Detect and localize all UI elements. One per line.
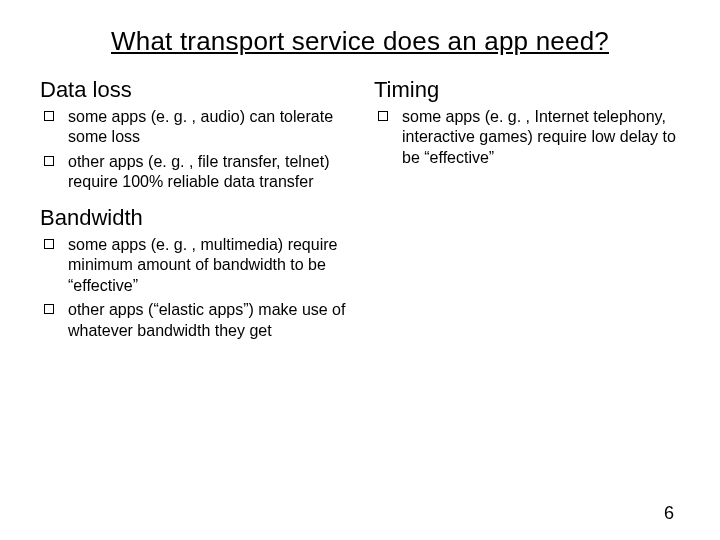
list-item-text: some apps (e. g. , audio) can tolerate s…: [68, 108, 333, 145]
page-number: 6: [664, 503, 674, 524]
section-heading-data-loss: Data loss: [40, 77, 346, 103]
list-item-text: other apps (“elastic apps”) make use of …: [68, 301, 345, 338]
left-column: Data loss some apps (e. g. , audio) can …: [40, 75, 346, 353]
list-item-text: some apps (e. g. , Internet telephony, i…: [402, 108, 676, 166]
columns: Data loss some apps (e. g. , audio) can …: [40, 75, 680, 353]
bullet-list: some apps (e. g. , multimedia) require m…: [40, 235, 346, 341]
bullet-list: some apps (e. g. , audio) can tolerate s…: [40, 107, 346, 193]
list-item-text: some apps (e. g. , multimedia) require m…: [68, 236, 337, 294]
slide-title: What transport service does an app need?: [40, 26, 680, 57]
list-item: some apps (e. g. , audio) can tolerate s…: [62, 107, 346, 148]
bullet-list: some apps (e. g. , Internet telephony, i…: [374, 107, 680, 168]
list-item: some apps (e. g. , Internet telephony, i…: [396, 107, 680, 168]
section-heading-timing: Timing: [374, 77, 680, 103]
section-heading-bandwidth: Bandwidth: [40, 205, 346, 231]
list-item: other apps (“elastic apps”) make use of …: [62, 300, 346, 341]
list-item-text: other apps (e. g. , file transfer, telne…: [68, 153, 329, 190]
slide: What transport service does an app need?…: [0, 0, 720, 540]
right-column: Timing some apps (e. g. , Internet telep…: [374, 75, 680, 353]
list-item: some apps (e. g. , multimedia) require m…: [62, 235, 346, 296]
list-item: other apps (e. g. , file transfer, telne…: [62, 152, 346, 193]
